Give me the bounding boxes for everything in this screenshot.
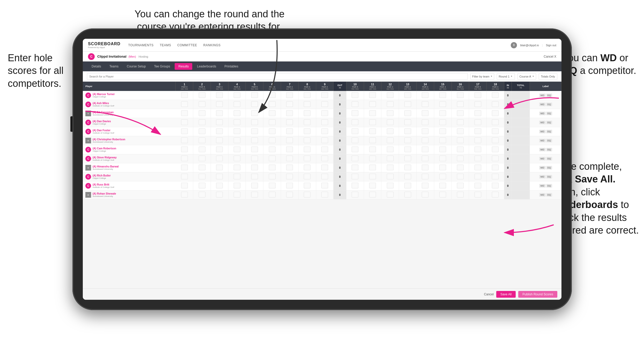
nav-tournaments[interactable]: TOURNAMENTS [128, 43, 154, 47]
dq-button-0[interactable]: DQ [546, 94, 552, 97]
score-input-2-6[interactable] [199, 147, 205, 152]
tab-printables[interactable]: Printables [221, 63, 242, 70]
score-input-2-7[interactable] [199, 156, 205, 161]
score-input-17-4[interactable] [475, 128, 481, 134]
score-input-14-5[interactable] [422, 137, 428, 143]
score-input-2-2[interactable] [199, 110, 205, 116]
tab-teams[interactable]: Teams [106, 63, 122, 70]
score-input-6-2[interactable] [269, 110, 276, 116]
score-input-4-6[interactable] [234, 147, 240, 152]
dq-button-2[interactable]: DQ [546, 112, 552, 115]
score-input-15-11[interactable] [439, 192, 446, 197]
tab-details[interactable]: Details [88, 63, 105, 70]
score-input-5-6[interactable] [251, 147, 258, 152]
score-input-1-3[interactable] [181, 119, 188, 125]
score-input-6-6[interactable] [269, 147, 276, 152]
score-input-9-9[interactable] [321, 174, 328, 179]
score-input-4-7[interactable] [234, 156, 240, 161]
score-input-3-10[interactable] [216, 183, 223, 188]
score-input-3-7[interactable] [216, 156, 223, 161]
score-input-16-5[interactable] [457, 137, 464, 143]
score-input-12-0[interactable] [387, 92, 394, 98]
score-input-13-5[interactable] [404, 137, 411, 143]
score-input-1-6[interactable] [181, 147, 188, 152]
wd-button-9[interactable]: WD [539, 175, 546, 179]
score-input-1-10[interactable] [181, 183, 188, 188]
dq-button-9[interactable]: DQ [546, 175, 552, 179]
score-input-11-1[interactable] [369, 101, 376, 107]
score-input-5-8[interactable] [251, 165, 258, 170]
wd-button-1[interactable]: WD [539, 103, 546, 106]
score-input-11-4[interactable] [369, 128, 376, 134]
score-input-4-1[interactable] [234, 101, 240, 107]
score-input-7-6[interactable] [286, 147, 293, 152]
score-input-3-9[interactable] [216, 174, 223, 179]
score-input-14-10[interactable] [422, 183, 428, 188]
score-input-11-5[interactable] [369, 137, 376, 143]
score-input-15-9[interactable] [439, 174, 446, 179]
score-input-17-7[interactable] [475, 156, 481, 161]
score-input-1-7[interactable] [181, 156, 188, 161]
score-input-3-5[interactable] [216, 137, 223, 143]
score-input-3-8[interactable] [216, 165, 223, 170]
save-all-button[interactable]: Save All [496, 291, 516, 298]
score-input-14-0[interactable] [422, 92, 428, 98]
score-input-12-2[interactable] [387, 110, 394, 116]
score-input-18-1[interactable] [492, 101, 499, 107]
score-input-16-11[interactable] [457, 192, 464, 197]
wd-button-10[interactable]: WD [539, 184, 546, 188]
score-input-15-1[interactable] [439, 101, 446, 107]
score-input-5-2[interactable] [251, 110, 258, 116]
score-input-16-2[interactable] [457, 110, 464, 116]
score-input-5-5[interactable] [251, 137, 258, 143]
score-input-10-5[interactable] [352, 137, 358, 143]
score-input-7-7[interactable] [286, 156, 293, 161]
score-input-3-11[interactable] [216, 192, 223, 197]
score-input-9-10[interactable] [321, 183, 328, 188]
score-input-8-10[interactable] [304, 183, 310, 188]
score-input-18-11[interactable] [492, 192, 499, 197]
wd-button-4[interactable]: WD [539, 130, 546, 133]
score-input-11-2[interactable] [369, 110, 376, 116]
score-input-8-0[interactable] [304, 92, 310, 98]
score-input-18-7[interactable] [492, 156, 499, 161]
score-input-13-1[interactable] [404, 101, 411, 107]
score-input-13-3[interactable] [404, 119, 411, 125]
score-input-6-7[interactable] [269, 156, 276, 161]
score-input-13-11[interactable] [404, 192, 411, 197]
score-input-6-4[interactable] [269, 128, 276, 134]
score-input-15-10[interactable] [439, 183, 446, 188]
score-input-12-11[interactable] [387, 192, 394, 197]
score-input-18-8[interactable] [492, 165, 499, 170]
score-input-7-0[interactable] [286, 92, 293, 98]
score-input-10-0[interactable] [352, 92, 358, 98]
score-input-10-3[interactable] [352, 119, 358, 125]
score-input-17-1[interactable] [475, 101, 481, 107]
score-input-11-8[interactable] [369, 165, 376, 170]
score-input-8-11[interactable] [304, 192, 310, 197]
score-input-9-1[interactable] [321, 101, 328, 107]
round-select[interactable]: Round 1 ▼ [497, 73, 515, 80]
score-input-2-8[interactable] [199, 165, 205, 170]
score-input-3-3[interactable] [216, 119, 223, 125]
score-input-6-0[interactable] [269, 92, 276, 98]
score-input-14-3[interactable] [422, 119, 428, 125]
dq-button-11[interactable]: DQ [546, 193, 552, 197]
tab-results[interactable]: Results [175, 63, 192, 70]
score-input-7-4[interactable] [286, 128, 293, 134]
score-input-17-2[interactable] [475, 110, 481, 116]
score-input-6-10[interactable] [269, 183, 276, 188]
score-input-11-11[interactable] [369, 192, 376, 197]
score-input-4-11[interactable] [234, 192, 240, 197]
score-input-9-2[interactable] [321, 110, 328, 116]
score-input-14-4[interactable] [422, 128, 428, 134]
score-input-9-11[interactable] [321, 192, 328, 197]
score-input-11-0[interactable] [369, 92, 376, 98]
filter-team-select[interactable]: Filter by team ▼ [470, 73, 494, 80]
score-input-12-7[interactable] [387, 156, 394, 161]
score-input-10-2[interactable] [352, 110, 358, 116]
score-input-17-8[interactable] [475, 165, 481, 170]
score-input-10-10[interactable] [352, 183, 358, 188]
dq-button-3[interactable]: DQ [546, 121, 552, 124]
score-input-4-8[interactable] [234, 165, 240, 170]
